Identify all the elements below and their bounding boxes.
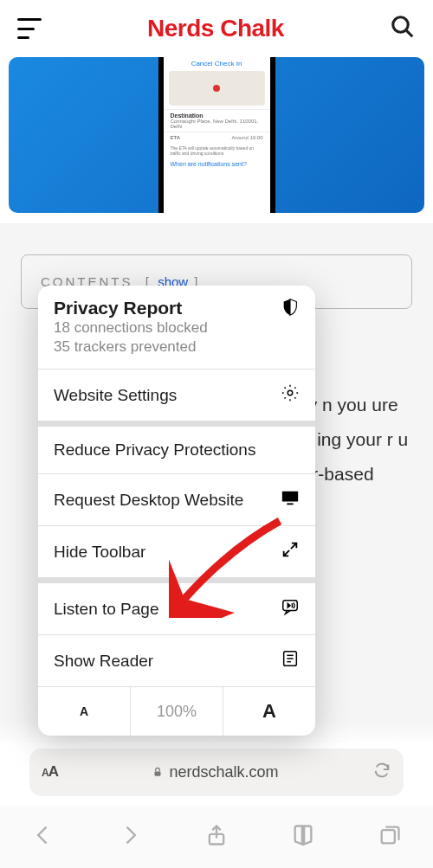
safari-bottom-toolbar	[0, 806, 433, 868]
svg-point-0	[393, 17, 409, 33]
svg-rect-4	[287, 504, 293, 505]
phone-destination: Destination Connaught Place, New Delhi, …	[164, 109, 270, 132]
phone-map	[169, 71, 265, 106]
request-desktop-item[interactable]: Request Desktop Website	[38, 474, 315, 526]
phone-cancel-link: Cancel Check In	[164, 60, 270, 68]
show-reader-item[interactable]: Show Reader	[38, 635, 315, 687]
text-size-button[interactable]: AA	[42, 763, 58, 781]
phone-mock: Cancel Check In Destination Connaught Pl…	[158, 57, 275, 213]
gear-icon	[281, 383, 300, 407]
hide-toolbar-item[interactable]: Hide Toolbar	[38, 526, 315, 583]
back-button[interactable]	[31, 823, 55, 851]
listen-to-page-item[interactable]: Listen to Page	[38, 583, 315, 635]
zoom-level[interactable]: 100%	[131, 687, 223, 736]
expand-icon	[281, 540, 300, 563]
tabs-button[interactable]	[378, 823, 402, 851]
zoom-in-button[interactable]: A	[223, 687, 315, 736]
safari-url-bar[interactable]: AA nerdschalk.com	[29, 749, 404, 795]
forward-button[interactable]	[118, 823, 142, 851]
zoom-out-button[interactable]: A	[38, 687, 131, 736]
svg-rect-12	[382, 830, 395, 843]
phone-notif-link: When are notifications sent?	[164, 158, 270, 170]
lock-icon	[152, 766, 164, 778]
reader-icon	[281, 649, 300, 672]
svg-rect-10	[155, 771, 161, 775]
zoom-row: A 100% A	[38, 687, 315, 736]
site-logo[interactable]: Nerds Chalk	[147, 15, 284, 42]
svg-point-2	[288, 390, 293, 395]
refresh-icon[interactable]	[372, 761, 391, 784]
hero-image: Cancel Check In Destination Connaught Pl…	[9, 57, 424, 213]
svg-line-1	[406, 30, 412, 36]
privacy-report-item[interactable]: Privacy Report 18 connections blocked 35…	[38, 286, 315, 370]
site-header: Nerds Chalk	[0, 0, 433, 57]
search-icon[interactable]	[390, 14, 416, 43]
phone-eta-note: The ETA will update automatically based …	[164, 143, 270, 158]
shield-icon	[281, 298, 300, 320]
speech-audio-icon	[281, 597, 300, 620]
phone-eta: ETAAround 19:00	[164, 132, 270, 143]
website-settings-item[interactable]: Website Settings	[38, 370, 315, 427]
desktop-icon	[281, 488, 300, 511]
bookmarks-button[interactable]	[291, 823, 315, 851]
reduce-privacy-item[interactable]: Reduce Privacy Protections	[38, 427, 315, 474]
hamburger-icon[interactable]	[17, 18, 42, 39]
safari-page-menu: Privacy Report 18 connections blocked 35…	[38, 286, 315, 736]
share-button[interactable]	[204, 823, 229, 851]
svg-rect-3	[282, 492, 298, 502]
url-domain[interactable]: nerdschalk.com	[58, 763, 372, 781]
